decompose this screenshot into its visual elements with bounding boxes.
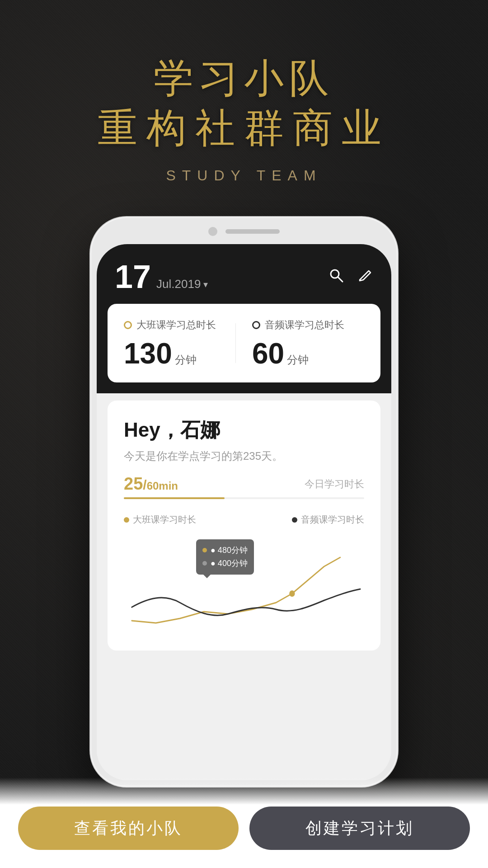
greeting-name: Hey，石娜 [124,417,364,443]
chart-label-class: 大班课学习时长 [124,514,196,526]
dropdown-arrow-icon[interactable]: ▾ [203,279,208,290]
progress-bar-container [124,497,364,499]
stat-number-class: 130 [124,339,172,368]
stat-label-audio: 音频课学习总时长 [252,318,364,332]
stat-value-audio: 60 分钟 [252,339,364,368]
stats-section: 大班课学习总时长 130 分钟 音频课学习总时长 [97,304,391,393]
header-icons [328,267,373,286]
progress-label-right: 今日学习时长 [305,477,364,491]
main-card: Hey，石娜 今天是你在学点学习的第235天。 25/60min 今日学习时长 [108,401,380,651]
chart-label-class-text: 大班课学习时长 [133,514,196,526]
stat-unit-audio: 分钟 [287,353,309,367]
title-line1: 学习小队 [0,54,488,102]
progress-current: 25 [124,474,143,493]
svg-point-2 [289,590,295,597]
greeting-subtitle: 今天是你在学点学习的第235天。 [124,449,364,463]
progress-total: 60min [147,480,178,492]
tooltip-line2: ● 400分钟 [211,557,248,570]
stat-label-audio-text: 音频课学习总时长 [265,318,344,332]
tooltip-dot-dark [202,561,207,566]
phone-top-bar [208,227,280,236]
edit-icon[interactable] [357,267,373,286]
view-team-button[interactable]: 查看我的小队 [18,807,239,850]
phone-mockup: 17 Jul.2019 ▾ [90,217,398,787]
stat-label-class-text: 大班课学习总时长 [136,318,216,332]
stat-dot-dark [252,321,260,329]
svg-line-1 [338,277,343,282]
phone-speaker [225,229,280,234]
tooltip-row-2: ● 400分钟 [202,557,248,570]
header-month-year-text: Jul.2019 [156,277,201,291]
progress-time: 25/60min [124,474,178,494]
stats-card: 大班课学习总时长 130 分钟 音频课学习总时长 [108,304,380,382]
content-scroll: Hey，石娜 今天是你在学点学习的第235天。 25/60min 今日学习时长 [97,393,391,780]
app-content: 17 Jul.2019 ▾ [97,244,391,780]
stat-dot-gold [124,321,132,329]
stat-item-class: 大班课学习总时长 130 分钟 [124,318,236,368]
chart-tooltip: ● 480分钟 ● 400分钟 [196,539,254,575]
phone-outer: 17 Jul.2019 ▾ [90,217,398,787]
chart-labels: 大班课学习时长 音频课学习时长 [124,514,364,526]
tooltip-dot-gold [202,548,207,552]
top-section: 学习小队 重构社群商业 STUDY TEAM [0,0,488,184]
chart-label-audio: 音频课学习时长 [292,514,364,526]
header-date: 17 Jul.2019 ▾ [115,260,208,293]
stat-number-audio: 60 [252,339,284,368]
title-line2: 重构社群商业 [0,102,488,154]
chart-dot-dark [292,517,297,523]
chart-label-audio-text: 音频课学习时长 [301,514,364,526]
progress-bar-fill [124,497,225,499]
chart-area: ● 480分钟 ● 400分钟 [124,535,364,634]
stat-item-audio: 音频课学习总时长 60 分钟 [236,318,364,368]
chart-dot-gold [124,517,129,523]
subtitle-english: STUDY TEAM [0,167,488,184]
tooltip-row-1: ● 480分钟 [202,544,248,557]
stat-label-class: 大班课学习总时长 [124,318,236,332]
tooltip-line1: ● 480分钟 [211,544,248,557]
phone-camera [208,227,217,236]
progress-row: 25/60min 今日学习时长 [124,474,364,494]
stat-value-class: 130 分钟 [124,339,236,368]
stat-unit-class: 分钟 [175,353,197,367]
header-month-year: Jul.2019 ▾ [156,277,208,291]
header-day: 17 [115,260,151,293]
search-icon[interactable] [328,267,344,286]
bottom-bar: 查看我的小队 创建学习计划 [0,778,488,868]
app-header: 17 Jul.2019 ▾ [97,244,391,304]
phone-screen: 17 Jul.2019 ▾ [97,244,391,780]
create-plan-button[interactable]: 创建学习计划 [249,807,470,850]
